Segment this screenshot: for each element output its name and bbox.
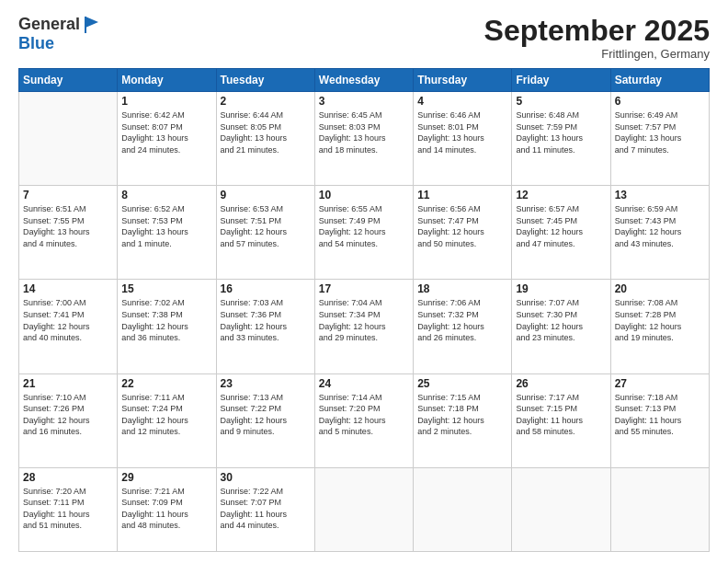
day-number: 9 bbox=[221, 189, 311, 201]
col-friday: Friday bbox=[512, 69, 610, 92]
day-info: Sunrise: 6:44 AM Sunset: 8:05 PM Dayligh… bbox=[221, 109, 311, 155]
day-number: 3 bbox=[319, 95, 409, 108]
logo-general: General bbox=[18, 16, 80, 34]
day-info: Sunrise: 6:49 AM Sunset: 7:57 PM Dayligh… bbox=[615, 109, 705, 155]
table-row bbox=[314, 467, 413, 551]
day-number: 22 bbox=[121, 377, 211, 390]
table-row bbox=[414, 467, 512, 551]
table-row: 19Sunrise: 7:07 AM Sunset: 7:30 PM Dayli… bbox=[512, 280, 610, 373]
day-number: 15 bbox=[121, 282, 211, 295]
day-number: 14 bbox=[23, 282, 113, 295]
col-thursday: Thursday bbox=[414, 69, 512, 92]
day-number: 2 bbox=[221, 95, 311, 108]
logo-flag-icon bbox=[82, 15, 102, 35]
day-number: 7 bbox=[23, 189, 113, 201]
day-number: 21 bbox=[23, 377, 113, 390]
day-number: 12 bbox=[516, 189, 606, 201]
day-number: 6 bbox=[615, 95, 705, 108]
day-info: Sunrise: 7:18 AM Sunset: 7:13 PM Dayligh… bbox=[615, 392, 705, 438]
day-info: Sunrise: 6:53 AM Sunset: 7:51 PM Dayligh… bbox=[221, 203, 311, 249]
table-row: 25Sunrise: 7:15 AM Sunset: 7:18 PM Dayli… bbox=[414, 373, 512, 467]
table-row: 11Sunrise: 6:56 AM Sunset: 7:47 PM Dayli… bbox=[414, 186, 512, 280]
day-info: Sunrise: 6:56 AM Sunset: 7:47 PM Dayligh… bbox=[417, 203, 507, 249]
day-info: Sunrise: 7:20 AM Sunset: 7:11 PM Dayligh… bbox=[23, 486, 113, 532]
day-info: Sunrise: 6:59 AM Sunset: 7:43 PM Dayligh… bbox=[615, 203, 705, 249]
day-info: Sunrise: 7:11 AM Sunset: 7:24 PM Dayligh… bbox=[121, 392, 211, 438]
col-tuesday: Tuesday bbox=[216, 69, 314, 92]
day-number: 13 bbox=[615, 189, 705, 201]
table-row: 7Sunrise: 6:51 AM Sunset: 7:55 PM Daylig… bbox=[19, 186, 118, 280]
table-row: 6Sunrise: 6:49 AM Sunset: 7:57 PM Daylig… bbox=[610, 92, 709, 186]
day-info: Sunrise: 6:55 AM Sunset: 7:49 PM Dayligh… bbox=[319, 203, 409, 249]
day-info: Sunrise: 6:52 AM Sunset: 7:53 PM Dayligh… bbox=[121, 203, 211, 249]
day-number: 10 bbox=[319, 189, 409, 201]
day-number: 5 bbox=[516, 95, 606, 108]
day-number: 8 bbox=[121, 189, 211, 201]
table-row: 13Sunrise: 6:59 AM Sunset: 7:43 PM Dayli… bbox=[610, 186, 709, 280]
day-number: 29 bbox=[121, 471, 211, 484]
day-info: Sunrise: 6:57 AM Sunset: 7:45 PM Dayligh… bbox=[516, 203, 606, 249]
header: General Blue September 2025 Frittlingen,… bbox=[18, 15, 710, 61]
table-row: 9Sunrise: 6:53 AM Sunset: 7:51 PM Daylig… bbox=[216, 186, 314, 280]
table-row bbox=[19, 92, 118, 186]
day-info: Sunrise: 6:48 AM Sunset: 7:59 PM Dayligh… bbox=[516, 109, 606, 155]
day-number: 4 bbox=[417, 95, 507, 108]
day-number: 30 bbox=[221, 471, 311, 484]
location-subtitle: Frittlingen, Germany bbox=[484, 47, 710, 61]
day-info: Sunrise: 7:00 AM Sunset: 7:41 PM Dayligh… bbox=[23, 297, 113, 343]
day-number: 16 bbox=[221, 282, 311, 295]
svg-marker-0 bbox=[85, 17, 98, 28]
day-info: Sunrise: 6:51 AM Sunset: 7:55 PM Dayligh… bbox=[23, 203, 113, 249]
day-info: Sunrise: 6:45 AM Sunset: 8:03 PM Dayligh… bbox=[319, 109, 409, 155]
day-number: 27 bbox=[615, 377, 705, 390]
table-row: 27Sunrise: 7:18 AM Sunset: 7:13 PM Dayli… bbox=[610, 373, 709, 467]
table-row bbox=[610, 467, 709, 551]
day-info: Sunrise: 7:14 AM Sunset: 7:20 PM Dayligh… bbox=[319, 392, 409, 438]
day-number: 24 bbox=[319, 377, 409, 390]
table-row: 4Sunrise: 6:46 AM Sunset: 8:01 PM Daylig… bbox=[414, 92, 512, 186]
day-info: Sunrise: 7:13 AM Sunset: 7:22 PM Dayligh… bbox=[221, 392, 311, 438]
logo-blue: Blue bbox=[18, 34, 54, 52]
day-number: 18 bbox=[417, 282, 507, 295]
col-monday: Monday bbox=[118, 69, 216, 92]
table-row: 3Sunrise: 6:45 AM Sunset: 8:03 PM Daylig… bbox=[314, 92, 413, 186]
day-info: Sunrise: 6:46 AM Sunset: 8:01 PM Dayligh… bbox=[417, 109, 507, 155]
month-title: September 2025 bbox=[484, 15, 710, 47]
day-info: Sunrise: 7:07 AM Sunset: 7:30 PM Dayligh… bbox=[516, 297, 606, 343]
table-row: 16Sunrise: 7:03 AM Sunset: 7:36 PM Dayli… bbox=[216, 280, 314, 373]
table-row: 28Sunrise: 7:20 AM Sunset: 7:11 PM Dayli… bbox=[19, 467, 118, 551]
day-info: Sunrise: 7:17 AM Sunset: 7:15 PM Dayligh… bbox=[516, 392, 606, 438]
table-row: 14Sunrise: 7:00 AM Sunset: 7:41 PM Dayli… bbox=[19, 280, 118, 373]
calendar-header-row: Sunday Monday Tuesday Wednesday Thursday… bbox=[19, 69, 710, 92]
title-block: September 2025 Frittlingen, Germany bbox=[484, 15, 710, 61]
day-number: 17 bbox=[319, 282, 409, 295]
table-row: 21Sunrise: 7:10 AM Sunset: 7:26 PM Dayli… bbox=[19, 373, 118, 467]
day-number: 26 bbox=[516, 377, 606, 390]
day-info: Sunrise: 7:21 AM Sunset: 7:09 PM Dayligh… bbox=[121, 486, 211, 532]
day-number: 1 bbox=[121, 95, 211, 108]
page: General Blue September 2025 Frittlingen,… bbox=[0, 0, 728, 563]
day-number: 23 bbox=[221, 377, 311, 390]
day-info: Sunrise: 7:03 AM Sunset: 7:36 PM Dayligh… bbox=[221, 297, 311, 343]
table-row: 12Sunrise: 6:57 AM Sunset: 7:45 PM Dayli… bbox=[512, 186, 610, 280]
day-info: Sunrise: 7:02 AM Sunset: 7:38 PM Dayligh… bbox=[121, 297, 211, 343]
table-row: 1Sunrise: 6:42 AM Sunset: 8:07 PM Daylig… bbox=[118, 92, 216, 186]
table-row: 10Sunrise: 6:55 AM Sunset: 7:49 PM Dayli… bbox=[314, 186, 413, 280]
col-saturday: Saturday bbox=[610, 69, 709, 92]
day-info: Sunrise: 7:08 AM Sunset: 7:28 PM Dayligh… bbox=[615, 297, 705, 343]
table-row: 24Sunrise: 7:14 AM Sunset: 7:20 PM Dayli… bbox=[314, 373, 413, 467]
day-info: Sunrise: 7:06 AM Sunset: 7:32 PM Dayligh… bbox=[417, 297, 507, 343]
col-sunday: Sunday bbox=[19, 69, 118, 92]
day-number: 19 bbox=[516, 282, 606, 295]
day-number: 25 bbox=[417, 377, 507, 390]
day-info: Sunrise: 6:42 AM Sunset: 8:07 PM Dayligh… bbox=[121, 109, 211, 155]
table-row: 18Sunrise: 7:06 AM Sunset: 7:32 PM Dayli… bbox=[414, 280, 512, 373]
table-row: 29Sunrise: 7:21 AM Sunset: 7:09 PM Dayli… bbox=[118, 467, 216, 551]
day-number: 28 bbox=[23, 471, 113, 484]
table-row: 17Sunrise: 7:04 AM Sunset: 7:34 PM Dayli… bbox=[314, 280, 413, 373]
table-row: 30Sunrise: 7:22 AM Sunset: 7:07 PM Dayli… bbox=[216, 467, 314, 551]
calendar-table: Sunday Monday Tuesday Wednesday Thursday… bbox=[18, 68, 710, 552]
day-info: Sunrise: 7:15 AM Sunset: 7:18 PM Dayligh… bbox=[417, 392, 507, 438]
day-number: 11 bbox=[417, 189, 507, 201]
day-info: Sunrise: 7:10 AM Sunset: 7:26 PM Dayligh… bbox=[23, 392, 113, 438]
